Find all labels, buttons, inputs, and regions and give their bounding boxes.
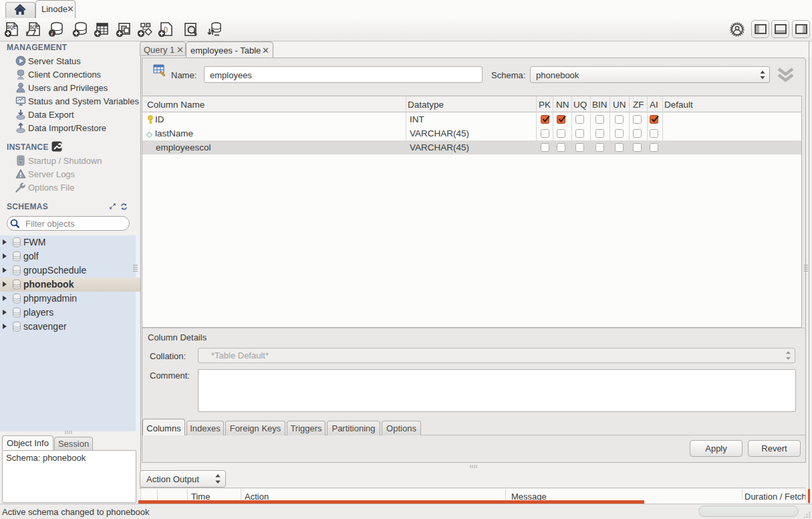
- svg-text:SQL: SQL: [30, 25, 39, 30]
- svg-text:SQL: SQL: [7, 25, 16, 30]
